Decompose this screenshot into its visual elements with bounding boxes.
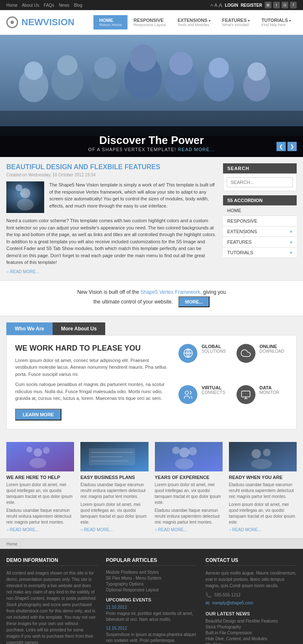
col-help-image xyxy=(6,442,74,471)
svg-point-40 xyxy=(175,458,194,469)
footer-article-link-1[interactable]: Module Positions and Styles xyxy=(106,570,197,575)
footer-news-2[interactable]: Stock Photography xyxy=(205,625,297,629)
top-nav-about[interactable]: About Us xyxy=(22,3,39,8)
google-icon[interactable]: G xyxy=(282,2,288,8)
top-nav-home[interactable]: Home xyxy=(6,3,18,8)
col-experience-text1: Lorem ipsum dolor sit amet, mei quod int… xyxy=(155,482,223,506)
accordion-section: S5 ACCORDION HOME RESPONSIVE EXTENSIONS … xyxy=(223,195,297,258)
feature-data-text: DATA MONITOR xyxy=(260,385,279,395)
twitter-icon[interactable]: t xyxy=(273,2,280,8)
logo-vision: VISION xyxy=(43,17,74,27)
footer-article-link-4[interactable]: Optional Responsive Layout xyxy=(106,588,197,592)
hero-read-more[interactable]: READ MORE... xyxy=(178,147,215,152)
article-read-more[interactable]: ○ READ MORE... xyxy=(6,269,217,274)
footer-contact-title: CONTACT US xyxy=(205,557,297,566)
accordion-responsive-label: RESPONSIVE xyxy=(227,218,258,224)
login-button[interactable]: LOGIN xyxy=(225,3,238,8)
footer-email-address[interactable]: noreply@shape5.com xyxy=(212,601,253,605)
search-input[interactable] xyxy=(227,177,293,187)
promo-line2: the ultimate control of your website. MO… xyxy=(6,296,297,307)
nav-home[interactable]: HOME Return Home xyxy=(93,15,128,29)
top-nav-blog[interactable]: Blog xyxy=(74,3,82,8)
col-ready-read-more-text: READ MORE... xyxy=(232,527,261,532)
rss-icon[interactable]: ⊞ xyxy=(265,2,271,8)
nav-features-label: FEATURES xyxy=(222,18,247,23)
monitor-icon xyxy=(237,385,255,404)
top-nav-faqs[interactable]: FAQs xyxy=(44,3,54,8)
svg-point-32 xyxy=(43,447,50,454)
accordion-responsive[interactable]: RESPONSIVE xyxy=(223,216,297,226)
promo-strip: New Vision is built off of the Shape5 Ve… xyxy=(0,280,303,316)
col-experience-title: YEARS OF EXPERIENCE xyxy=(155,475,223,480)
col-experience-svg xyxy=(155,442,223,471)
accordion-tutorials[interactable]: TUTORIALS + xyxy=(223,247,297,258)
footer-news-4[interactable]: Hide Dive, Content, and Modules xyxy=(205,636,297,641)
nav-features[interactable]: FEATURES▾ What's included xyxy=(216,15,255,29)
accordion-home[interactable]: HOME xyxy=(223,205,297,216)
four-columns: WE ARE HERE TO HELP Lorem ipsum dolor si… xyxy=(0,436,303,538)
svg-point-2 xyxy=(24,61,43,80)
feature-data-title: DATA xyxy=(260,385,279,390)
tab-who-we-are[interactable]: Who We Are xyxy=(6,322,53,335)
footer-event1-text: Proin magna mi, porttitor eget lobortis … xyxy=(106,611,197,623)
tab-left-content: WE WORK HARD TO PLEASE YOU Lorem ipsum d… xyxy=(15,344,170,420)
footer-news-1[interactable]: Beautiful Design and Flexible Features xyxy=(205,619,297,623)
register-button[interactable]: REGISTER xyxy=(241,3,262,8)
promo-text1: New Vision is built off of the xyxy=(77,289,139,295)
cloud-svg xyxy=(241,348,251,358)
feature-global-text: GLOBAL SOLUTIONS xyxy=(202,344,226,354)
facebook-icon[interactable]: f xyxy=(290,2,297,8)
font-small[interactable]: A xyxy=(210,3,213,7)
footer-article-link-2[interactable]: S5 Flex Menu - Menu System xyxy=(106,576,197,580)
footer-article-link-3[interactable]: Typography Options xyxy=(106,582,197,586)
col-help-text2: Etadusu usandae Itaque earumun reruht en… xyxy=(6,508,74,525)
feature-online-sub: DOWNLOAD xyxy=(260,349,284,354)
feature-virtual-text: VIRTUAL CONNECTS xyxy=(202,385,225,395)
tab-text1: Lorem ipsum dolor sit amet, consec tetur… xyxy=(15,357,170,378)
tab-more-about-us[interactable]: More About Us xyxy=(53,322,105,335)
learn-more-button[interactable]: LEARN MORE xyxy=(15,409,61,420)
col-ready-read-more[interactable]: ○ READ MORE... xyxy=(229,527,297,532)
col-business-read-more-circle: ○ xyxy=(80,527,83,532)
col-business-read-more[interactable]: ○ READ MORE... xyxy=(80,527,148,532)
col-experience-read-more-text: READ MORE... xyxy=(158,527,187,532)
article-thumbnail xyxy=(6,181,44,213)
font-large[interactable]: A xyxy=(219,2,223,8)
footer-articles-col: POPULAR ARTICLES Module Positions and St… xyxy=(106,557,197,644)
col-experience-read-more[interactable]: ○ READ MORE... xyxy=(155,527,223,532)
svg-point-24 xyxy=(185,391,189,394)
logo[interactable]: NEWVISION xyxy=(6,16,74,28)
hero-crowd-svg xyxy=(0,35,303,136)
nav-responsive[interactable]: RESPONSIVE Responsive Layout xyxy=(128,15,172,29)
svg-point-10 xyxy=(169,52,193,75)
accordion-extensions[interactable]: EXTENSIONS + xyxy=(223,226,297,237)
footer-news-5[interactable]: Yfo Slide xyxy=(205,642,297,644)
accordion-extensions-label: EXTENSIONS xyxy=(227,229,257,234)
svg-point-41 xyxy=(172,447,180,454)
nav-extensions[interactable]: EXTENSIONS▾ Tools and Modules xyxy=(172,15,216,29)
col-ready-text2: Lorem ipsum dolor sit amet, mei quod int… xyxy=(229,502,297,525)
monitor-svg xyxy=(241,390,251,400)
breadcrumb: Home xyxy=(6,542,18,546)
promo-link[interactable]: Shape5 Vertex Framework, xyxy=(141,289,202,295)
promo-more-button[interactable]: MORE... xyxy=(178,296,210,307)
top-nav-news[interactable]: News xyxy=(59,3,69,8)
nav-tutorials[interactable]: TUTORIALS▾ Find help here xyxy=(255,15,297,29)
accordion-features-label: FEATURES xyxy=(227,240,252,245)
nav-home-sub: Return Home xyxy=(99,23,122,27)
font-medium[interactable]: A xyxy=(214,3,217,8)
hero-subtitle: OF A SHAPE5 VERTEX TEMPLATE! READ MORE..… xyxy=(8,147,295,152)
svg-point-14 xyxy=(247,62,266,81)
footer-news-3[interactable]: Built in File Compression xyxy=(205,631,297,635)
col-help-read-more[interactable]: ○ READ MORE... xyxy=(6,527,74,532)
hero-next-button[interactable]: ❯ xyxy=(287,142,297,151)
hero-prev-button[interactable]: ❮ xyxy=(276,142,286,151)
nav-tutorials-sub: Find help here xyxy=(261,23,291,27)
accordion-title: S5 ACCORDION xyxy=(223,195,297,205)
svg-point-30 xyxy=(29,458,46,468)
col-business-read-more-text: READ MORE... xyxy=(84,527,113,532)
accordion-features[interactable]: FEATURES + xyxy=(223,237,297,247)
footer-phone: 📞 555-555-1212 xyxy=(205,592,297,598)
svg-point-45 xyxy=(263,449,271,456)
nav-responsive-label: RESPONSIVE xyxy=(133,18,164,23)
